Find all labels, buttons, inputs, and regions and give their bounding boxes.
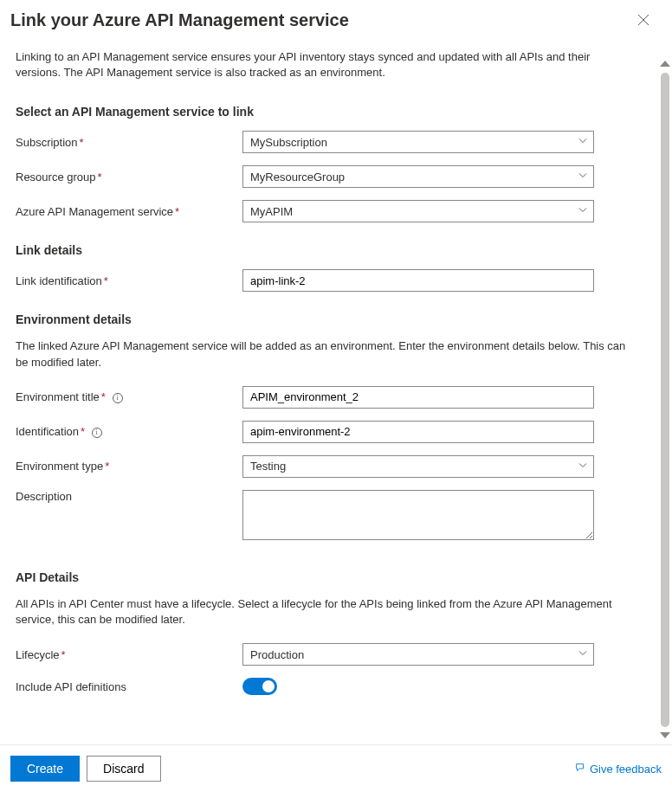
label-subscription: Subscription* <box>16 136 242 149</box>
discard-button[interactable]: Discard <box>87 756 160 782</box>
scrollbar-thumb[interactable] <box>661 73 669 727</box>
dropdown-resource-group[interactable]: MyResourceGroup <box>242 165 594 188</box>
scroll-down-icon[interactable] <box>660 732 670 738</box>
row-include-defs: Include API definitions <box>16 678 637 695</box>
required-indicator: * <box>80 136 84 149</box>
row-link-id: Link identification* <box>16 269 637 292</box>
section-select-heading: Select an API Management service to link <box>16 105 637 119</box>
intro-text: Linking to an API Management service ens… <box>16 49 637 80</box>
row-lifecycle: Lifecycle* Production <box>16 643 637 666</box>
close-button[interactable] <box>634 10 653 32</box>
chevron-down-icon <box>578 171 588 184</box>
label-include-defs: Include API definitions <box>16 680 242 693</box>
label-env-type: Environment type* <box>16 460 242 473</box>
toggle-thumb <box>262 680 275 692</box>
label-lifecycle: Lifecycle* <box>16 648 242 661</box>
section-env-heading: Environment details <box>16 312 637 326</box>
dropdown-env-type[interactable]: Testing <box>242 455 594 478</box>
row-subscription: Subscription* MySubscription <box>16 131 637 153</box>
scroll-up-icon[interactable] <box>660 61 670 67</box>
api-subtext: All APIs in API Center must have a lifec… <box>16 596 637 628</box>
section-link-details-heading: Link details <box>16 243 637 257</box>
dropdown-apim-service[interactable]: MyAPIM <box>242 200 594 222</box>
panel-header: Link your Azure API Management service <box>0 0 672 39</box>
dropdown-lifecycle[interactable]: Production <box>242 643 594 666</box>
label-env-title: Environment title* i <box>16 390 242 403</box>
required-indicator: * <box>105 460 109 473</box>
row-description: Description <box>16 490 637 543</box>
required-indicator: * <box>101 390 106 403</box>
section-api-heading: API Details <box>16 570 637 584</box>
input-identification[interactable] <box>242 421 594 443</box>
row-env-title: Environment title* i <box>16 386 637 409</box>
chevron-down-icon <box>578 648 588 661</box>
required-indicator: * <box>104 274 108 287</box>
required-indicator: * <box>81 425 85 438</box>
chevron-down-icon <box>578 460 588 473</box>
label-resource-group: Resource group* <box>16 171 242 184</box>
label-identification: Identification* i <box>16 425 242 438</box>
panel-body: Linking to an API Management service ens… <box>0 39 672 744</box>
close-icon <box>637 15 649 29</box>
feedback-link[interactable]: Give feedback <box>574 762 662 776</box>
row-env-type: Environment type* Testing <box>16 455 637 478</box>
row-resource-group: Resource group* MyResourceGroup <box>16 165 637 188</box>
label-link-id: Link identification* <box>16 274 242 287</box>
info-icon[interactable]: i <box>92 428 102 438</box>
required-indicator: * <box>61 648 66 661</box>
env-subtext: The linked Azure API Management service … <box>16 338 637 370</box>
panel-footer: Create Discard Give feedback <box>0 744 672 792</box>
chevron-down-icon <box>578 136 588 149</box>
label-description: Description <box>16 490 242 503</box>
label-apim-service: Azure API Management service* <box>16 205 242 218</box>
feedback-icon <box>574 762 586 776</box>
required-indicator: * <box>98 171 102 184</box>
required-indicator: * <box>175 205 179 218</box>
blade-panel: Link your Azure API Management service L… <box>0 0 672 792</box>
textarea-description[interactable] <box>242 490 594 540</box>
info-icon[interactable]: i <box>113 393 123 403</box>
row-apim-service: Azure API Management service* MyAPIM <box>16 200 637 222</box>
input-link-id[interactable] <box>242 269 594 292</box>
create-button[interactable]: Create <box>10 756 80 782</box>
toggle-include-defs[interactable] <box>242 678 277 695</box>
row-identification: Identification* i <box>16 421 637 443</box>
panel-title: Link your Azure API Management service <box>10 10 349 30</box>
dropdown-subscription[interactable]: MySubscription <box>242 131 594 153</box>
input-env-title[interactable] <box>242 386 594 409</box>
chevron-down-icon <box>578 205 588 218</box>
